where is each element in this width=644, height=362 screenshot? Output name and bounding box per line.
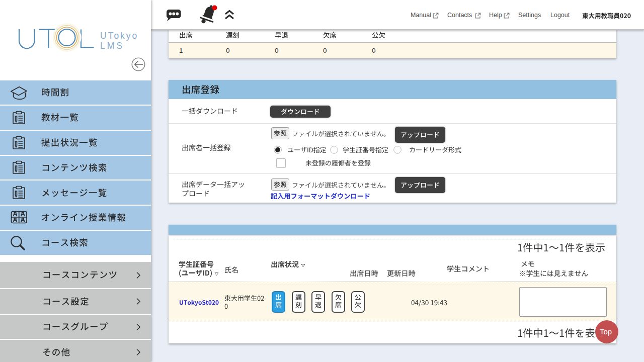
svg-text:UTokyo: UTokyo	[100, 31, 138, 41]
svg-text:LMS: LMS	[100, 41, 124, 51]
